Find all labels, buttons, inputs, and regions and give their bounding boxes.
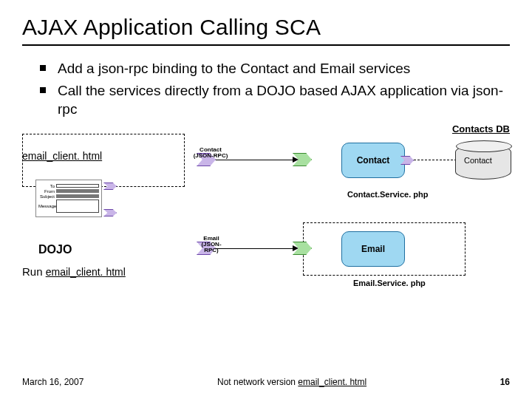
slide-footer: March 16, 2007 Not network version email… [22,377,510,387]
dojo-label: DOJO [38,243,72,256]
email-service-file: Email.Service. php [353,279,426,287]
footer-date: March 16, 2007 [22,377,83,387]
form-label-message: Message [38,204,56,208]
footer-mid-text: Not network version [217,377,298,387]
form-label-from: From [38,189,56,194]
email-form-preview: To From Subject Message [35,180,102,217]
form-field [56,189,99,193]
dashed-connector [406,160,457,160]
run-prefix: Run [22,265,46,278]
bullet-item: Call the services directly from a DOJO b… [58,81,510,119]
contacts-db-label: Contacts DB [452,123,510,134]
contact-connector-label: Contact (JSON-RPC) [192,147,229,159]
footer-mid-link[interactable]: email_client. html [298,377,366,387]
form-field [56,194,99,198]
form-field [56,184,99,188]
arrow-line [216,160,293,160]
cylinder-label: Contact [464,156,492,165]
architecture-diagram: Contacts DB email_client. html Contact C… [22,126,510,318]
arrow-head-icon [293,157,299,163]
slide-title: AJAX Application Calling SCA [22,15,510,46]
contact-component: Contact [341,143,405,178]
run-link-line: Run email_client. html [22,265,126,278]
bullet-item: Add a json-rpc binding to the Contact an… [58,59,510,78]
page-number: 16 [500,377,510,387]
bullet-list: Add a json-rpc binding to the Contact an… [22,59,510,119]
arrow-line [216,248,293,249]
form-port-icon [103,209,117,216]
form-label-to: To [38,184,56,188]
run-email-client-link[interactable]: email_client. html [46,266,126,278]
email-connector-label: Email (JSON-RPC) [195,236,228,253]
email-component: Email [341,231,405,267]
contact-service-file: Contact.Service. php [347,190,428,199]
form-field [56,200,99,213]
form-label-subject: Subject [38,194,56,199]
